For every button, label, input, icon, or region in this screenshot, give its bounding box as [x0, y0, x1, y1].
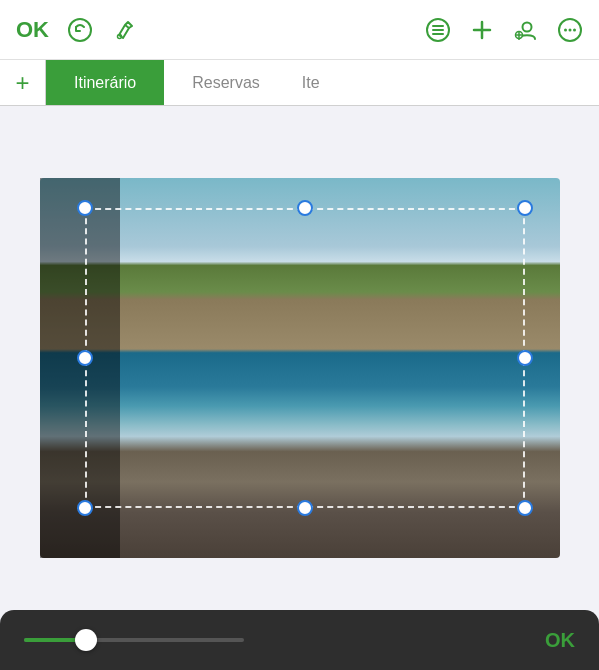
crop-handle-top-center[interactable] [297, 200, 313, 216]
toolbar-right [425, 17, 583, 43]
slider-thumb[interactable] [75, 629, 97, 651]
more-button[interactable] [557, 17, 583, 43]
add-item-button[interactable] [469, 17, 495, 43]
crop-handle-bottom-right[interactable] [517, 500, 533, 516]
ok-button[interactable]: OK [16, 17, 49, 43]
tab-ite[interactable]: Ite [288, 60, 334, 105]
crop-handle-top-left[interactable] [77, 200, 93, 216]
bottom-bar: OK [0, 610, 599, 670]
svg-point-8 [523, 22, 532, 31]
image-crop-container[interactable] [40, 178, 560, 558]
main-content [0, 106, 599, 610]
svg-point-15 [569, 28, 572, 31]
crop-handle-mid-right[interactable] [517, 350, 533, 366]
tab-reservas[interactable]: Reservas [164, 60, 288, 105]
list-button[interactable] [425, 17, 451, 43]
svg-point-16 [573, 28, 576, 31]
crop-handle-bottom-left[interactable] [77, 500, 93, 516]
add-contact-button[interactable] [513, 17, 539, 43]
slider-track[interactable] [24, 638, 244, 642]
tabbar: + Itinerário Reservas Ite [0, 60, 599, 106]
crop-handle-mid-left[interactable] [77, 350, 93, 366]
toolbar-left: OK [16, 17, 137, 43]
bottom-ok-button[interactable]: OK [545, 629, 575, 652]
tab-itinerario[interactable]: Itinerário [46, 60, 164, 105]
crop-handle-top-right[interactable] [517, 200, 533, 216]
crop-handle-bottom-center[interactable] [297, 500, 313, 516]
svg-point-14 [564, 28, 567, 31]
toolbar: OK [0, 0, 599, 60]
add-tab-button[interactable]: + [0, 60, 46, 105]
paint-button[interactable] [111, 17, 137, 43]
undo-button[interactable] [67, 17, 93, 43]
